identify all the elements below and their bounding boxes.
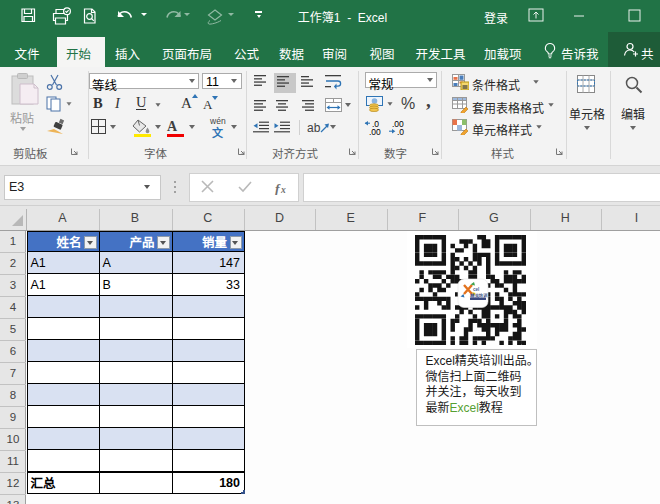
svg-text:.0: .0 [397, 127, 404, 136]
svg-text:ab: ab [307, 121, 321, 135]
svg-text:cel: cel [473, 287, 479, 292]
svg-text:.00: .00 [369, 127, 381, 136]
svg-text:x: x [280, 185, 286, 195]
